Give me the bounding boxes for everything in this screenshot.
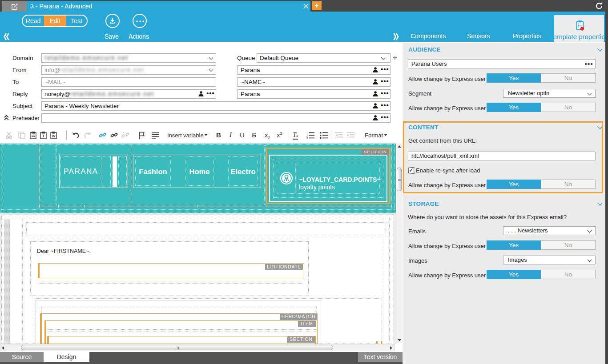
svg-text:T: T: [42, 134, 45, 138]
svg-text:3: 3: [306, 137, 308, 140]
svg-text:W: W: [52, 134, 56, 138]
